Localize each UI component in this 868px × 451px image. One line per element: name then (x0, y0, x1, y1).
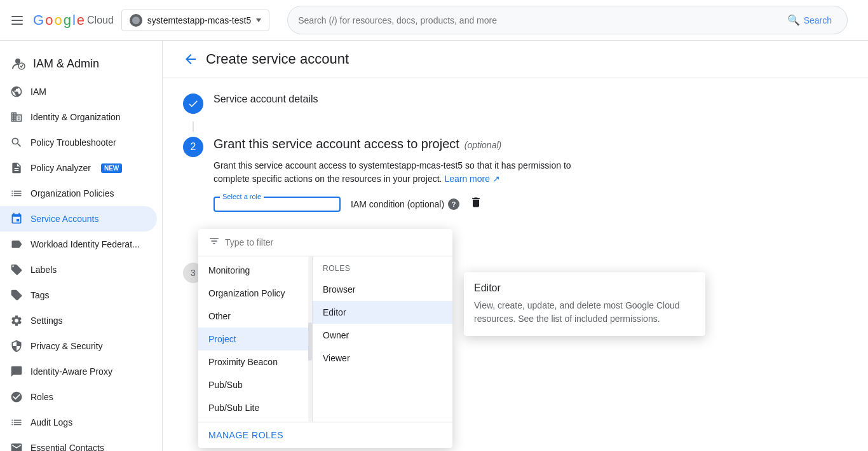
sidebar-header: IAM & Admin (0, 46, 162, 79)
project-icon (130, 14, 142, 27)
step-2-subtitle: (optional) (465, 140, 501, 150)
sidebar-item-labels-label: Labels (31, 265, 57, 275)
dropdown-body: Monitoring Organization Policy Other Pro… (198, 256, 452, 422)
role-select-box[interactable]: Select a role (214, 197, 341, 212)
step-2-indicator: 2 (183, 137, 203, 157)
settings-icon (10, 314, 23, 327)
categories-scrollbar-thumb[interactable] (308, 323, 312, 361)
sidebar-item-audit-logs-label: Audit Logs (31, 417, 72, 427)
category-pubsub[interactable]: Pub/Sub (198, 373, 312, 396)
dropdown-filter-row (198, 229, 452, 256)
sidebar-item-essential-contacts[interactable]: Essential Contacts (0, 435, 157, 451)
category-project[interactable]: Project (198, 328, 312, 350)
sidebar-item-identity-label: Identity & Organization (31, 112, 121, 122)
sidebar-item-audit-logs[interactable]: Audit Logs (0, 410, 157, 435)
search-button[interactable]: 🔍 Search (782, 11, 837, 29)
category-proximity-beacon[interactable]: Proximity Beacon (198, 350, 312, 373)
sidebar-item-privacy-security[interactable]: Privacy & Security (0, 333, 157, 359)
org-policies-icon (10, 187, 23, 200)
policy-analyzer-icon (10, 162, 23, 174)
dropdown-roles: Roles Browser Editor Owner Viewer (313, 256, 452, 422)
step-2-number: 2 (191, 141, 196, 153)
chevron-down-icon (256, 18, 261, 22)
audit-logs-icon (10, 416, 23, 429)
categories-scrollbar-track (308, 256, 312, 422)
step-1-content: Service account details (214, 94, 848, 114)
page-header: Create service account (163, 41, 868, 78)
sidebar-item-settings-label: Settings (31, 316, 63, 326)
category-pubsub-lite[interactable]: Pub/Sub Lite (198, 396, 312, 419)
category-monitoring[interactable]: Monitoring (198, 259, 312, 282)
dropdown-filter-input[interactable] (225, 237, 442, 247)
filter-icon (208, 235, 220, 249)
step-1: Service account details (183, 94, 848, 114)
tooltip-description: View, create, update, and delete most Go… (474, 299, 695, 326)
category-other[interactable]: Other (198, 305, 312, 328)
sidebar-item-identity-aware-proxy[interactable]: Identity-Aware Proxy (0, 359, 157, 384)
tags-icon (10, 289, 23, 302)
role-selector-row: Select a role IAM condition (optional) ? (214, 196, 848, 212)
step-1-indicator (183, 94, 203, 114)
new-badge: NEW (101, 163, 122, 173)
policy-troubleshooter-icon (10, 136, 23, 149)
sidebar-item-policy-analyzer[interactable]: Policy Analyzer NEW (0, 155, 157, 181)
role-viewer[interactable]: Viewer (313, 347, 452, 370)
iam-condition: IAM condition (optional) ? (351, 198, 459, 210)
role-editor[interactable]: Editor (313, 301, 452, 324)
step-2-content: Grant this service account access to pro… (214, 137, 848, 219)
step-1-title: Service account details (214, 94, 848, 105)
sidebar: IAM & Admin IAM Identity & Organization … (0, 41, 163, 451)
labels-icon (10, 263, 23, 276)
roles-header: Roles (313, 259, 452, 278)
category-org-policy[interactable]: Organization Policy (198, 282, 312, 305)
iam-condition-help-icon[interactable]: ? (448, 198, 459, 210)
sidebar-item-tags-label: Tags (31, 290, 50, 300)
sidebar-item-iap-label: Identity-Aware Proxy (31, 366, 112, 377)
sidebar-item-roles-label: Roles (31, 392, 53, 402)
page-title: Create service account (206, 51, 349, 67)
dropdown-footer: MANAGE ROLES (198, 422, 452, 448)
role-owner[interactable]: Owner (313, 324, 452, 347)
sidebar-item-identity-organization[interactable]: Identity & Organization (0, 104, 157, 130)
role-select-label: Select a role (220, 193, 264, 200)
sidebar-item-workload-label: Workload Identity Federat... (31, 239, 140, 249)
learn-more-link[interactable]: Learn more ↗ (444, 174, 499, 184)
topbar: Google Cloud systemtestapp-mcas-test5 🔍 … (0, 0, 868, 41)
search-icon: 🔍 (787, 14, 800, 26)
manage-roles-link[interactable]: MANAGE ROLES (208, 430, 283, 440)
sidebar-item-privacy-label: Privacy & Security (31, 341, 103, 351)
search-input[interactable] (298, 15, 776, 25)
privacy-security-icon (10, 340, 23, 352)
tooltip-title: Editor (474, 282, 695, 294)
sidebar-item-troubleshooter-label: Policy Troubleshooter (31, 137, 116, 148)
search-bar[interactable]: 🔍 Search (287, 6, 848, 34)
project-name: systemtestapp-mcas-test5 (147, 15, 251, 25)
step-2-title: Grant this service account access to pro… (214, 137, 459, 151)
roles-icon (10, 391, 23, 403)
back-button[interactable] (183, 52, 198, 67)
sidebar-item-workload-identity[interactable]: Workload Identity Federat... (0, 232, 157, 257)
essential-contacts-icon (10, 441, 23, 451)
dropdown-categories: Monitoring Organization Policy Other Pro… (198, 256, 313, 422)
sidebar-item-tags[interactable]: Tags (0, 282, 157, 308)
service-accounts-icon (10, 212, 23, 225)
identity-org-icon (10, 111, 23, 123)
sidebar-item-org-policies[interactable]: Organization Policies (0, 181, 157, 206)
sidebar-item-roles[interactable]: Roles (0, 384, 157, 410)
google-cloud-logo: Google Cloud (33, 12, 114, 29)
sidebar-item-iam-label: IAM (31, 87, 46, 97)
menu-button[interactable] (10, 13, 25, 28)
sidebar-item-service-accounts[interactable]: Service Accounts (0, 206, 157, 232)
sidebar-item-labels[interactable]: Labels (0, 257, 157, 282)
role-browser[interactable]: Browser (313, 278, 452, 301)
sidebar-item-settings[interactable]: Settings (0, 308, 157, 333)
iam-condition-label: IAM condition (optional) (351, 199, 444, 209)
project-selector[interactable]: systemtestapp-mcas-test5 (121, 10, 269, 31)
iam-icon (10, 85, 23, 98)
sidebar-item-org-policies-label: Organization Policies (31, 188, 114, 198)
delete-row-button[interactable] (470, 196, 482, 212)
sidebar-item-iam[interactable]: IAM (0, 79, 157, 104)
workload-identity-icon (10, 238, 23, 251)
sidebar-item-policy-troubleshooter[interactable]: Policy Troubleshooter (0, 130, 157, 155)
sidebar-item-essential-contacts-label: Essential Contacts (31, 443, 104, 451)
